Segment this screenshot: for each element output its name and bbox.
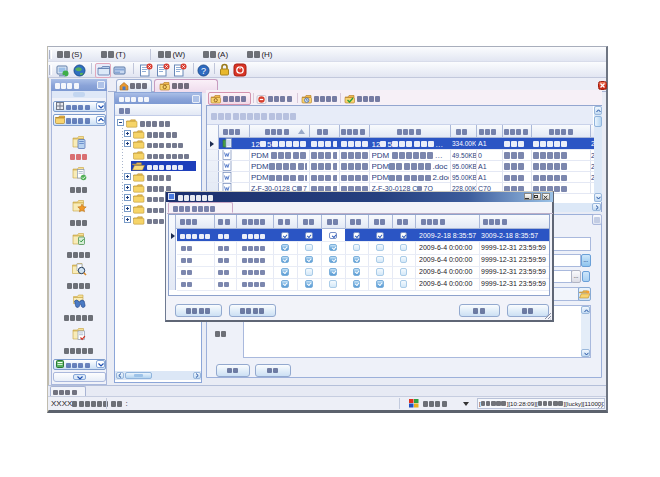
svg-text:?: ?: [201, 66, 206, 76]
